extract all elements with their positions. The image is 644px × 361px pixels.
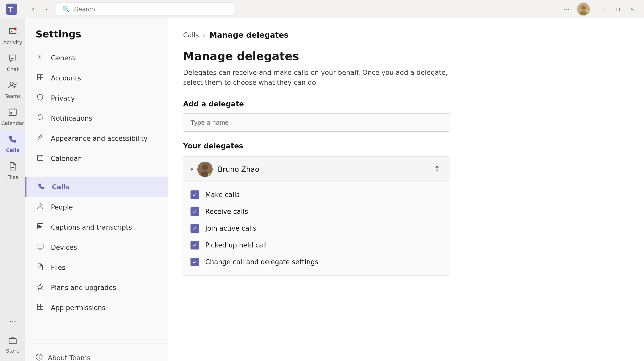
app-body: Activity Chat Teams (0, 18, 644, 361)
delegate-status-indicator (208, 173, 212, 177)
calls-menu-label: Calls (52, 183, 70, 191)
svg-text:T: T (8, 6, 13, 14)
plans-icon (36, 283, 45, 292)
delegate-expand-chevron[interactable]: ▾ (191, 166, 193, 173)
title-bar-right: ··· − □ ✕ (562, 3, 639, 16)
maximize-button[interactable]: □ (611, 4, 625, 15)
activity-label: Activity (3, 39, 22, 45)
svg-rect-10 (9, 339, 16, 344)
breadcrumb: Calls › Manage delegates (183, 31, 629, 39)
settings-item-captions[interactable]: Captions and transcripts (25, 217, 168, 237)
close-button[interactable]: ✕ (626, 4, 639, 15)
join-active-checkbox[interactable] (191, 224, 199, 233)
svg-point-11 (39, 56, 41, 58)
teams-label: Teams (5, 93, 21, 99)
svg-rect-14 (37, 77, 40, 80)
sidebar-item-store[interactable]: Store (1, 331, 24, 357)
settings-title: Settings (25, 29, 168, 48)
avatar[interactable] (577, 3, 590, 16)
delete-delegate-button[interactable] (431, 163, 443, 176)
breadcrumb-calls-link[interactable]: Calls (183, 31, 199, 39)
minimize-button[interactable]: − (597, 4, 610, 15)
svg-rect-21 (37, 304, 40, 307)
info-icon (36, 354, 43, 361)
settings-item-files[interactable]: Files (25, 257, 168, 277)
forward-button[interactable]: › (41, 4, 52, 15)
add-delegate-section-title: Add a delegate (183, 100, 629, 108)
back-button[interactable]: ‹ (27, 4, 39, 15)
svg-rect-8 (9, 109, 16, 116)
svg-rect-23 (37, 307, 40, 310)
files-menu-label: Files (51, 264, 65, 271)
captions-label: Captions and transcripts (51, 224, 132, 231)
sidebar-item-activity[interactable]: Activity (1, 22, 24, 48)
sidebar-item-files[interactable]: Files (1, 157, 24, 183)
permission-join-active: Join active calls (191, 220, 443, 237)
page-description: Delegates can receive and make calls on … (183, 68, 450, 88)
privacy-icon (36, 94, 45, 103)
svg-rect-9 (10, 112, 12, 114)
plans-label: Plans and upgrades (51, 284, 116, 291)
settings-sidebar: Settings General Accounts (25, 18, 168, 361)
page-title: Manage delegates (183, 50, 629, 63)
appearance-icon (36, 134, 45, 143)
settings-item-appearance[interactable]: Appearance and accessibility (25, 128, 168, 148)
settings-item-general[interactable]: General (25, 48, 168, 68)
notifications-label: Notifications (51, 115, 92, 122)
your-delegates-title: Your delegates (183, 142, 629, 150)
activity-icon (8, 26, 17, 38)
title-bar: T ‹ › 🔍 ··· − □ ✕ (0, 0, 644, 18)
permission-pickup-held: Picked up held call (191, 237, 443, 254)
permission-receive-calls: Receive calls (191, 203, 443, 220)
files-menu-icon (36, 263, 45, 272)
store-label: Store (6, 348, 20, 354)
svg-point-3 (581, 5, 586, 10)
svg-marker-20 (37, 284, 43, 290)
settings-divider (36, 173, 157, 173)
delegate-avatar (197, 162, 213, 177)
sidebar-item-chat[interactable]: Chat (1, 49, 24, 75)
settings-item-accounts[interactable]: Accounts (25, 68, 168, 88)
svg-rect-15 (40, 77, 43, 80)
settings-item-permissions[interactable]: App permissions (25, 298, 168, 318)
accounts-icon (36, 74, 45, 82)
sidebar-item-calls[interactable]: Calls (1, 130, 24, 156)
settings-item-plans[interactable]: Plans and upgrades (25, 277, 168, 298)
more-options-button[interactable]: ··· (562, 3, 572, 15)
sidebar-item-calendar[interactable]: Calendar (1, 103, 24, 129)
svg-rect-16 (37, 155, 43, 160)
permissions-label: App permissions (51, 304, 106, 312)
receive-calls-label: Receive calls (205, 208, 248, 215)
search-input[interactable] (74, 5, 228, 13)
settings-item-notifications[interactable]: Notifications (25, 108, 168, 128)
add-delegate-input[interactable] (183, 113, 450, 132)
user-status-indicator (586, 11, 589, 15)
calendar-menu-label: Calendar (51, 155, 81, 162)
sidebar-item-teams[interactable]: Teams (1, 76, 24, 102)
settings-item-people[interactable]: People (25, 197, 168, 217)
svg-point-5 (14, 27, 17, 30)
chat-icon (8, 53, 17, 65)
settings-item-privacy[interactable]: Privacy (25, 88, 168, 108)
make-calls-checkbox[interactable] (191, 190, 199, 199)
about-teams-label: About Teams (48, 354, 90, 361)
settings-item-calendar[interactable]: Calendar (25, 148, 168, 169)
calls-icon (8, 134, 17, 146)
settings-item-devices[interactable]: Devices (25, 237, 168, 257)
pickup-held-checkbox[interactable] (191, 241, 199, 249)
join-active-label: Join active calls (205, 225, 256, 232)
more-apps-button[interactable]: ··· (5, 313, 21, 330)
teams-logo: T (5, 3, 18, 16)
main-content: Calls › Manage delegates Manage delegate… (168, 18, 644, 361)
change-settings-checkbox[interactable] (191, 258, 199, 266)
devices-label: Devices (51, 244, 77, 251)
permission-make-calls: Make calls (191, 186, 443, 203)
calendar-label: Calendar (1, 120, 24, 126)
store-icon (8, 335, 17, 346)
svg-point-27 (202, 164, 208, 170)
about-teams-button[interactable]: About Teams (36, 354, 157, 361)
settings-item-calls[interactable]: Calls (25, 177, 168, 197)
teams-icon (8, 80, 17, 92)
nav-arrows: ‹ › (27, 4, 52, 15)
receive-calls-checkbox[interactable] (191, 207, 199, 216)
